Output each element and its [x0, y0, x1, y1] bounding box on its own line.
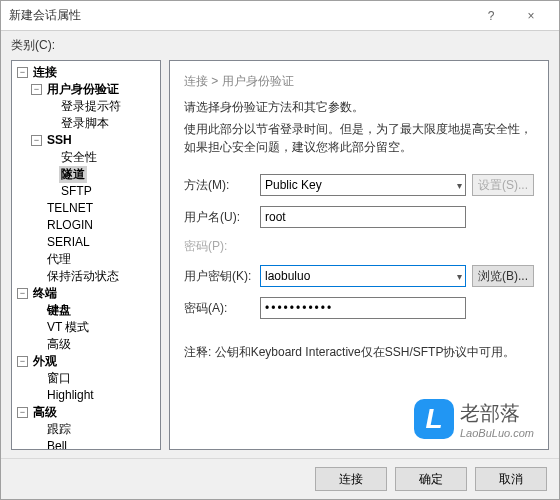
tree-node-advanced2[interactable]: −高级: [17, 404, 158, 421]
description-1: 请选择身份验证方法和其它参数。: [184, 98, 534, 116]
userkey-row: 用户密钥(K): laobuluo ▾ 浏览(B)...: [184, 265, 534, 287]
cancel-button[interactable]: 取消: [475, 467, 547, 491]
chevron-down-icon: ▾: [457, 180, 462, 191]
window-title: 新建会话属性: [9, 7, 471, 24]
collapse-icon[interactable]: −: [17, 407, 28, 418]
password-label: 密码(P):: [184, 238, 260, 255]
tree-node-tunnel[interactable]: 隧道: [45, 166, 158, 183]
connect-button[interactable]: 连接: [315, 467, 387, 491]
collapse-icon[interactable]: −: [17, 288, 28, 299]
tree-node-terminal[interactable]: −终端: [17, 285, 158, 302]
watermark: L 老部落 LaoBuLuo.com: [414, 399, 534, 439]
tree-node-keyboard[interactable]: 键盘: [31, 302, 158, 319]
titlebar: 新建会话属性 ? ×: [1, 1, 559, 31]
tree-node-appearance[interactable]: −外观: [17, 353, 158, 370]
tree-node-keepalive[interactable]: 保持活动状态: [31, 268, 158, 285]
tree-node-connection[interactable]: −连接: [17, 64, 158, 81]
tree-node-serial[interactable]: SERIAL: [31, 234, 158, 251]
chevron-down-icon: ▾: [457, 271, 462, 282]
method-select[interactable]: Public Key ▾: [260, 174, 466, 196]
help-button[interactable]: ?: [471, 2, 511, 30]
tree-node-rlogin[interactable]: RLOGIN: [31, 217, 158, 234]
username-label: 用户名(U):: [184, 209, 260, 226]
collapse-icon[interactable]: −: [17, 67, 28, 78]
description-2: 使用此部分以节省登录时间。但是，为了最大限度地提高安全性，如果担心安全问题，建议…: [184, 120, 534, 156]
ok-button[interactable]: 确定: [395, 467, 467, 491]
tree-node-sftp[interactable]: SFTP: [45, 183, 158, 200]
tree-node-bell[interactable]: Bell: [31, 438, 158, 450]
passphrase-input[interactable]: [260, 297, 466, 319]
collapse-icon[interactable]: −: [17, 356, 28, 367]
tree-node-login-script[interactable]: 登录脚本: [45, 115, 158, 132]
collapse-icon[interactable]: −: [31, 135, 42, 146]
tree-node-auth[interactable]: −用户身份验证: [31, 81, 158, 98]
breadcrumb: 连接 > 用户身份验证: [184, 73, 534, 90]
watermark-cn: 老部落: [460, 400, 534, 427]
tree-node-ssh[interactable]: −SSH: [31, 132, 158, 149]
note-text: 注释: 公钥和Keyboard Interactive仅在SSH/SFTP协议中…: [184, 344, 534, 361]
tree-node-security[interactable]: 安全性: [45, 149, 158, 166]
footer: 连接 确定 取消: [1, 458, 559, 499]
main-area: −连接 −用户身份验证 登录提示符 登录脚本 −SSH: [1, 60, 559, 458]
tree-panel[interactable]: −连接 −用户身份验证 登录提示符 登录脚本 −SSH: [11, 60, 161, 450]
category-label: 类别(C):: [11, 38, 55, 52]
tree-node-highlight[interactable]: Highlight: [31, 387, 158, 404]
userkey-label: 用户密钥(K):: [184, 268, 260, 285]
tree-node-advanced1[interactable]: 高级: [31, 336, 158, 353]
category-row: 类别(C):: [1, 31, 559, 60]
dialog-window: 新建会话属性 ? × 类别(C): −连接 −用户身份验证 登录提示符: [0, 0, 560, 500]
close-button[interactable]: ×: [511, 2, 551, 30]
tree-node-trace[interactable]: 跟踪: [31, 421, 158, 438]
tree-node-login-prompt[interactable]: 登录提示符: [45, 98, 158, 115]
watermark-icon: L: [414, 399, 454, 439]
passphrase-label: 密码(A):: [184, 300, 260, 317]
watermark-en: LaoBuLuo.com: [460, 427, 534, 439]
collapse-icon[interactable]: −: [31, 84, 42, 95]
tree-node-proxy[interactable]: 代理: [31, 251, 158, 268]
password-row: 密码(P):: [184, 238, 534, 255]
username-input[interactable]: [260, 206, 466, 228]
settings-button: 设置(S)...: [472, 174, 534, 196]
passphrase-row: 密码(A):: [184, 297, 534, 319]
method-label: 方法(M):: [184, 177, 260, 194]
tree-node-telnet[interactable]: TELNET: [31, 200, 158, 217]
tree-node-vtmode[interactable]: VT 模式: [31, 319, 158, 336]
tree-node-window[interactable]: 窗口: [31, 370, 158, 387]
userkey-select[interactable]: laobuluo ▾: [260, 265, 466, 287]
method-row: 方法(M): Public Key ▾ 设置(S)...: [184, 174, 534, 196]
username-row: 用户名(U):: [184, 206, 534, 228]
browse-button[interactable]: 浏览(B)...: [472, 265, 534, 287]
category-tree: −连接 −用户身份验证 登录提示符 登录脚本 −SSH: [14, 64, 158, 450]
content-panel: 连接 > 用户身份验证 请选择身份验证方法和其它参数。 使用此部分以节省登录时间…: [169, 60, 549, 450]
